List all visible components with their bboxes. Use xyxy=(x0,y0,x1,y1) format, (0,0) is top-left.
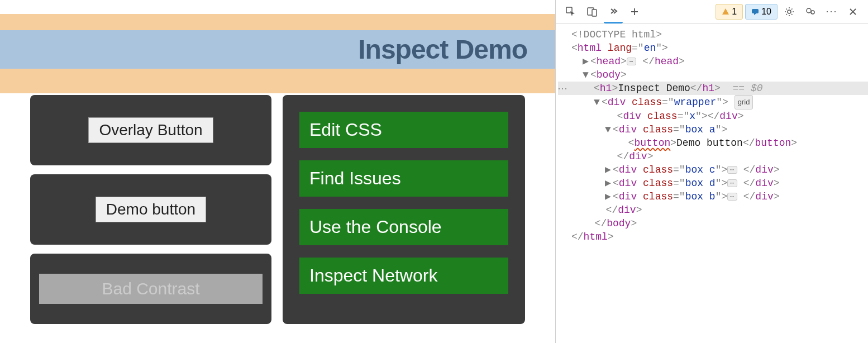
close-icon[interactable] xyxy=(843,2,862,21)
dom-h1-selected[interactable]: ⋯<h1>Inspect Demo</h1> == $0 xyxy=(558,82,868,95)
bad-contrast-block: Bad Contrast xyxy=(39,274,263,304)
dom-body-open[interactable]: ▼<body> xyxy=(558,68,868,82)
dom-button[interactable]: <button>Demo button</button> xyxy=(558,136,868,150)
rendered-page: Inspect Demo Overlay Button Demo button … xyxy=(0,0,555,343)
inspect-element-icon[interactable] xyxy=(561,2,580,21)
dom-wrapper-close[interactable]: </div> xyxy=(558,203,868,217)
box-demo: Demo button xyxy=(30,174,271,245)
dom-div-x[interactable]: <div class="x"></div> xyxy=(558,109,868,123)
dom-wrapper-open[interactable]: ▼<div class="wrapper"> grid xyxy=(558,95,868,109)
warning-count: 1 xyxy=(732,7,737,17)
dom-box-c[interactable]: ▶<div class="box c">⋯ </div> xyxy=(558,163,868,177)
dom-box-a-close[interactable]: </div> xyxy=(558,150,868,163)
link-find-issues[interactable]: Find Issues xyxy=(299,160,508,197)
svg-rect-2 xyxy=(592,9,597,16)
margin-stripe-top xyxy=(0,14,555,30)
overlay-button[interactable]: Overlay Button xyxy=(88,117,213,143)
more-tabs-icon[interactable] xyxy=(604,0,623,23)
svg-point-5 xyxy=(807,8,811,13)
main-grid: Overlay Button Demo button Bad Contrast … xyxy=(30,95,525,324)
message-count: 10 xyxy=(761,7,771,17)
right-column: Edit CSS Find Issues Use the Console Ins… xyxy=(283,95,525,324)
title-band: Inspect Demo xyxy=(0,30,555,69)
dom-box-a-open[interactable]: ▼<div class="box a"> xyxy=(558,123,868,136)
device-emulation-icon[interactable] xyxy=(583,2,602,21)
dom-html-close[interactable]: </html> xyxy=(558,230,868,244)
demo-button[interactable]: Demo button xyxy=(96,197,206,222)
link-inspect-network[interactable]: Inspect Network xyxy=(299,258,508,294)
box-bad-contrast: Bad Contrast xyxy=(30,254,271,324)
settings-gear-icon[interactable] xyxy=(780,2,799,21)
svg-point-4 xyxy=(788,10,791,13)
feedback-icon[interactable] xyxy=(801,2,820,21)
link-use-console[interactable]: Use the Console xyxy=(299,209,508,245)
svg-point-6 xyxy=(811,11,814,14)
issues-warning-badge[interactable]: 1 xyxy=(716,4,743,20)
more-options-icon[interactable]: ··· xyxy=(822,2,841,21)
left-column: Overlay Button Demo button Bad Contrast xyxy=(30,95,271,324)
link-edit-css[interactable]: Edit CSS xyxy=(299,112,508,148)
dom-body-close[interactable]: </body> xyxy=(558,217,868,230)
devtools-panel: 1 10 ··· <!DOCTYPE html> <html lang="en"… xyxy=(555,0,868,343)
dom-box-b[interactable]: ▶<div class="box b">⋯ </div> xyxy=(558,190,868,203)
page-title: Inspect Demo xyxy=(358,34,527,65)
messages-badge[interactable]: 10 xyxy=(745,4,778,20)
dom-head[interactable]: ▶<head>⋯ </head> xyxy=(558,55,868,68)
new-tab-icon[interactable] xyxy=(625,2,644,21)
svg-rect-3 xyxy=(752,9,759,13)
dom-html-open[interactable]: <html lang="en"> xyxy=(558,41,868,55)
box-overlay: Overlay Button xyxy=(30,95,271,165)
elements-dom-tree[interactable]: <!DOCTYPE html> <html lang="en"> ▶<head>… xyxy=(556,23,868,343)
dom-box-d[interactable]: ▶<div class="box d">⋯ </div> xyxy=(558,177,868,190)
margin-stripe-bottom xyxy=(0,69,555,93)
dom-doctype[interactable]: <!DOCTYPE html> xyxy=(558,28,868,41)
devtools-toolbar: 1 10 ··· xyxy=(556,0,868,23)
